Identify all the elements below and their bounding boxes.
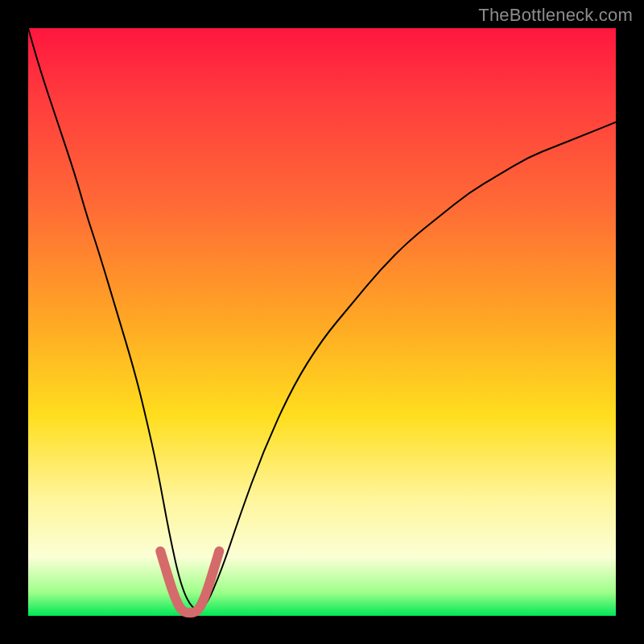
curve-layer: [28, 28, 616, 616]
chart-frame: TheBottleneck.com: [0, 0, 644, 644]
watermark-text: TheBottleneck.com: [478, 5, 633, 26]
bottleneck-curve: [28, 28, 616, 610]
gradient-plot-area: [28, 28, 616, 616]
